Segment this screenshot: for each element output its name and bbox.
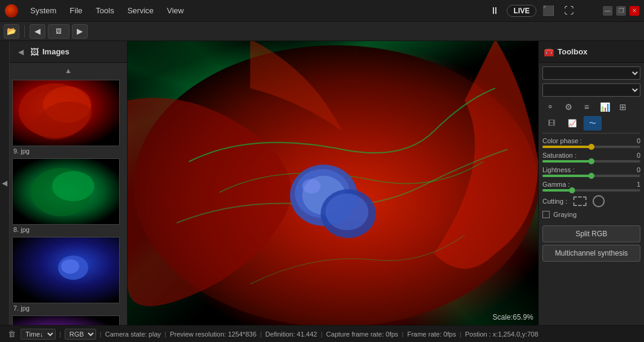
status-delete-btn[interactable]: 🗑 <box>5 328 18 340</box>
tb-slider-gamma-header: Gamma : 1 <box>542 181 640 188</box>
toolbox-title: Toolbox <box>558 47 588 56</box>
tb-select2[interactable] <box>542 83 640 97</box>
tb-slider-lightness: Lightness : 0 <box>542 166 640 177</box>
nav-up-btn[interactable]: ▲ <box>65 66 72 75</box>
status-frame-rate: Frame rate: 0fps <box>407 331 456 338</box>
status-capture-fps: Capture frame rate: 0fps <box>326 331 398 338</box>
tb-color-phase-track[interactable] <box>542 146 640 148</box>
thumbnail-label-8: 8. jpg <box>12 226 125 233</box>
main-image <box>128 41 538 325</box>
tb-tab-wave[interactable]: 〜 <box>584 116 602 131</box>
toolbox-content: ⚬ ⚙ ≡ 📊 ⊞ 🎞 📈 〜 Color phase : 0 <box>539 63 644 325</box>
pause-btn[interactable]: ⏸ <box>486 4 503 18</box>
status-sep1: | <box>59 331 61 338</box>
status-sep2: | <box>100 331 102 338</box>
menu-system[interactable]: System <box>24 4 62 18</box>
menu-service[interactable]: Service <box>122 4 160 18</box>
titlebar-controls: ⏸ LIVE ⬛ ⛶ — ❐ ✕ <box>486 4 639 18</box>
panel-title: Images <box>42 47 70 56</box>
split-rgb-btn[interactable]: Split RGB <box>542 225 640 242</box>
minimize-btn[interactable]: — <box>603 6 613 16</box>
right-panel: 🧰 Toolbox ⚬ ⚙ ≡ 📊 ⊞ <box>538 41 644 325</box>
statusbar: 🗑 Time↓ | RGB | Camera state: play | Pre… <box>0 325 644 342</box>
tb-saturation-track[interactable] <box>542 160 640 163</box>
tb-graying-label: Graying <box>553 211 577 218</box>
tb-color-phase-val: 0 <box>637 137 640 144</box>
menu-bar: System File Tools Service View <box>24 4 486 18</box>
tb-graying-row: Graying <box>542 211 640 218</box>
tb-images-btn[interactable]: 🖼 <box>48 24 70 39</box>
tb-saturation-val: 0 <box>637 152 640 159</box>
titlebar: System File Tools Service View ⏸ LIVE ⬛ … <box>0 0 644 22</box>
restore-btn[interactable]: ❐ <box>616 6 626 16</box>
images-list: ▲ 9. jpg <box>10 63 127 325</box>
svg-point-5 <box>61 259 79 274</box>
nav-up-row: ▲ <box>12 65 125 76</box>
tb-select1[interactable] <box>542 66 640 80</box>
tb-lightness-track[interactable] <box>542 175 640 177</box>
thumbnail-image-8 <box>12 158 120 225</box>
tb-circle-icon[interactable]: ⚬ <box>542 100 558 114</box>
tb-tab-row: 🎞 📈 〜 <box>542 116 640 134</box>
status-rgb-select[interactable]: RGB <box>65 329 96 340</box>
main-area: ◀ ◀ 🖼 Images ▲ 9 <box>0 41 644 325</box>
tb-cut-rect-btn[interactable] <box>573 196 587 206</box>
center-image-area[interactable]: Scale:65.9% <box>128 41 538 325</box>
thumbnail-item-8[interactable]: 8. jpg <box>12 158 125 233</box>
multichannel-btn[interactable]: Multichannel synthesis <box>542 245 640 262</box>
status-sep4: | <box>260 331 262 338</box>
status-camera-state: Camera state: play <box>105 331 161 338</box>
record-btn[interactable]: ⬛ <box>540 4 557 18</box>
tb-sep1 <box>24 25 25 37</box>
tb-lightness-label: Lightness : <box>542 166 574 173</box>
panel-header: ◀ 🖼 Images <box>10 41 127 63</box>
thumbnail-image-9 <box>12 80 120 146</box>
tb-slider-saturation: Saturation : 0 <box>542 152 640 163</box>
tb-slider-gamma: Gamma : 1 <box>542 181 640 192</box>
close-btn[interactable]: ✕ <box>629 6 639 16</box>
tb-settings-icon[interactable]: ⚙ <box>561 100 576 114</box>
live-pill[interactable]: LIVE <box>507 5 536 17</box>
status-definition: Definition: 41.442 <box>265 331 317 338</box>
status-sep5: | <box>320 331 322 338</box>
collapse-panel-btn[interactable]: ◀ <box>0 41 10 325</box>
tb-chart-icon[interactable]: 📊 <box>597 100 613 114</box>
toolbox-header: 🧰 Toolbox <box>539 41 644 63</box>
thumbnail-item-7[interactable]: 7. jpg <box>12 237 125 312</box>
tb-cutting-row: Cutting : <box>542 195 640 207</box>
tb-cut-circle-btn[interactable] <box>593 195 605 207</box>
menu-tools[interactable]: Tools <box>89 4 120 18</box>
thumbnail-item-6[interactable] <box>12 315 125 325</box>
status-sep3: | <box>164 331 166 338</box>
app-icon <box>5 4 18 18</box>
tb-graying-checkbox[interactable] <box>542 211 550 218</box>
toolbar: 📂 ◀ 🖼 ▶ <box>0 22 644 41</box>
tb-lightness-val: 0 <box>637 166 640 173</box>
fullscreen-btn[interactable]: ⛶ <box>561 4 577 18</box>
thumbnail-image-7 <box>12 237 120 303</box>
status-sep6: | <box>402 331 404 338</box>
toolbox-icon: 🧰 <box>544 47 554 57</box>
left-panel: ◀ 🖼 Images ▲ 9. jpg <box>10 41 128 325</box>
panel-back-btn[interactable]: ◀ <box>15 46 27 58</box>
tb-gamma-track[interactable] <box>542 189 640 192</box>
tb-color-phase-label: Color phase : <box>542 137 582 144</box>
tb-saturation-label: Saturation : <box>542 152 576 159</box>
status-time-select[interactable]: Time↓ <box>21 329 56 340</box>
menu-file[interactable]: File <box>63 4 88 18</box>
tb-controls-icon[interactable]: ⊞ <box>615 100 631 114</box>
thumbnail-item-9[interactable]: 9. jpg <box>12 80 125 155</box>
tb-tab-film[interactable]: 🎞 <box>542 116 561 131</box>
tb-lines-icon[interactable]: ≡ <box>579 100 594 114</box>
tb-open-btn[interactable]: 📂 <box>4 24 19 39</box>
thumbnail-image-6 <box>12 315 120 325</box>
tb-gamma-val: 1 <box>637 181 640 188</box>
scale-label: Scale:65.9% <box>493 313 533 321</box>
tb-tab-graph[interactable]: 📈 <box>563 116 581 131</box>
tb-icon-row1: ⚬ ⚙ ≡ 📊 ⊞ <box>542 100 640 114</box>
tb-fwd-btn[interactable]: ▶ <box>72 24 88 39</box>
menu-view[interactable]: View <box>161 4 190 18</box>
thumbnail-label-7: 7. jpg <box>12 305 125 312</box>
tb-back-btn[interactable]: ◀ <box>30 24 45 39</box>
svg-point-18 <box>325 193 368 230</box>
